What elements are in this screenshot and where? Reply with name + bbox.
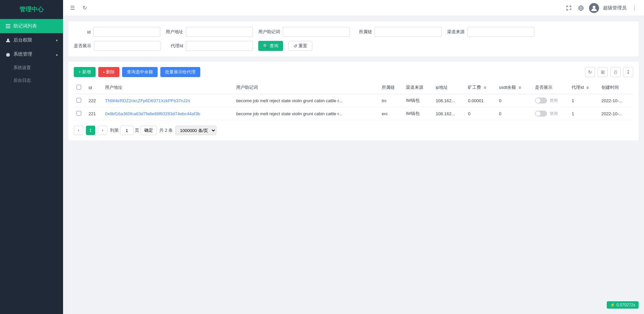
filter-user-mnemonic: 用户助记词: [258, 27, 350, 37]
chain-label: 所属链: [355, 29, 372, 35]
table-row: 221 0x8bf16a360fca63d7fa8e88f83283d74ebc…: [74, 107, 633, 120]
row-checkbox-cell: [74, 94, 86, 107]
query-balance-label: 查询选中余额: [127, 69, 153, 75]
mining-fee-sort-icon[interactable]: [484, 86, 486, 89]
table-columns-button[interactable]: ⊞: [598, 67, 608, 77]
goto-label: 到第: [110, 127, 119, 133]
goto-input[interactable]: [120, 126, 133, 135]
row-checkbox[interactable]: [76, 111, 81, 116]
display-toggle-label: 禁用: [550, 98, 558, 104]
agent-id-input[interactable]: [186, 41, 253, 51]
col-header-channel: 渠道来源: [403, 81, 433, 94]
gear-icon: [5, 52, 11, 57]
filter-is-display: 是否展示: [74, 41, 161, 51]
table-area: + 新增 ▪ 删除 查询选中余额 批量展示给代理 ↻ ⊞: [68, 62, 639, 140]
header-checkbox-cell: [74, 81, 86, 94]
filter-area: id 用户地址 用户助记词 所属链 渠道来源: [68, 21, 639, 56]
toolbar-right: ↻ ⊞ ⎙ ↧: [585, 67, 633, 77]
delete-icon: ▪: [103, 70, 105, 75]
batch-show-button[interactable]: 批量展示给代理: [160, 67, 200, 77]
sidebar-sub-logs-label: 后台日志: [13, 77, 31, 83]
columns-icon: ⊞: [601, 69, 605, 75]
col-header-ip: ip地址: [433, 81, 465, 94]
filter-user-address: 用户地址: [166, 27, 253, 37]
cell-id: 221: [86, 107, 102, 120]
fullscreen-icon[interactable]: [565, 4, 573, 12]
user-mnemonic-input[interactable]: [283, 27, 350, 37]
user-name: 超级管理员: [603, 5, 627, 11]
refresh-icon[interactable]: ↻: [80, 4, 89, 12]
search-icon: 🔍: [263, 44, 268, 49]
is-display-input[interactable]: [94, 41, 161, 51]
goto-confirm-button[interactable]: 确定: [141, 126, 157, 135]
sidebar-item-system-management[interactable]: 系统管理 ▴: [0, 47, 63, 61]
chain-input[interactable]: [375, 27, 442, 37]
select-all-checkbox[interactable]: [76, 85, 81, 89]
sidebar-item-backend-permissions[interactable]: 后台权限 ▾: [0, 33, 63, 47]
display-toggle-label: 禁用: [550, 111, 558, 117]
table-refresh-button[interactable]: ↻: [585, 67, 595, 77]
globe-icon[interactable]: [577, 4, 585, 12]
filter-row-1: id 用户地址 用户助记词 所属链 渠道来源: [74, 27, 633, 37]
total-count: 共 2 条: [159, 127, 173, 133]
agent-id-label: 代理Id: [166, 43, 183, 49]
usdt-sort-icon[interactable]: [519, 86, 521, 89]
reset-icon: ↺: [293, 44, 297, 49]
sidebar-item-permissions-label: 后台权限: [13, 37, 32, 43]
search-button[interactable]: 🔍 查询: [258, 41, 283, 51]
id-input[interactable]: [93, 27, 160, 37]
col-header-created-time: 创建时间: [599, 81, 633, 94]
next-page-button[interactable]: ›: [98, 126, 107, 135]
cell-usdt: 0: [496, 107, 532, 120]
row-checkbox[interactable]: [76, 98, 81, 103]
add-button[interactable]: + 新增: [74, 67, 96, 77]
cell-mining-fee: 0.00001: [465, 94, 496, 107]
user-address-link[interactable]: 0x8bf16a360fca63d7fa8e88f83283d74ebc44af…: [105, 111, 200, 116]
sidebar-sub-item-backend-logs[interactable]: 后台日志: [0, 74, 63, 87]
col-header-user-address: 用户地址: [102, 81, 233, 94]
table-print-button[interactable]: ⎙: [610, 67, 621, 77]
user-address-link[interactable]: TNW4irRDZ2ckcZFp6D6371XzkPFb37nJ2s: [105, 98, 190, 103]
is-display-label: 是否展示: [74, 43, 91, 49]
cell-mining-fee: 0: [465, 107, 496, 120]
col-header-id: id: [86, 81, 102, 94]
query-balance-button[interactable]: 查询选中余额: [122, 67, 158, 77]
reset-button[interactable]: ↺ 重置: [288, 41, 312, 51]
col-header-chain: 所属链: [379, 81, 403, 94]
filter-agent-id: 代理Id: [166, 41, 253, 51]
display-toggle[interactable]: [535, 111, 547, 117]
export-icon: ↧: [626, 69, 630, 75]
menu-toggle-icon[interactable]: ☰: [68, 4, 76, 12]
channel-input[interactable]: [467, 27, 534, 37]
user-mnemonic-label: 用户助记词: [258, 29, 280, 35]
bottom-badge: ⚡ 0.070272s: [607, 301, 639, 309]
content-area: id 用户地址 用户助记词 所属链 渠道来源: [63, 16, 644, 314]
user-address-input[interactable]: [186, 27, 253, 37]
cell-created-time: 2022-10-...: [599, 107, 633, 120]
delete-button[interactable]: ▪ 删除: [98, 67, 119, 77]
table-export-button[interactable]: ↧: [623, 67, 633, 77]
agent-id-sort-icon[interactable]: [586, 86, 589, 89]
cell-user-mnemonic: become job melt reject state violin grun…: [233, 94, 379, 107]
display-toggle[interactable]: [535, 98, 547, 104]
badge-value: 0.070272s: [616, 303, 635, 307]
cell-ip: 108.162...: [433, 94, 465, 107]
more-icon[interactable]: ⋮: [631, 4, 639, 12]
table-toolbar: + 新增 ▪ 删除 查询选中余额 批量展示给代理 ↻ ⊞: [74, 67, 633, 77]
goto-page: 到第 页 确定: [110, 126, 157, 135]
filter-row-2: 是否展示 代理Id 🔍 查询 ↺ 重置: [74, 41, 633, 51]
svg-rect-1: [6, 26, 10, 26]
prev-page-button[interactable]: ‹: [74, 126, 83, 135]
table-refresh-icon: ↻: [588, 69, 592, 75]
sidebar-sub-item-system-settings[interactable]: 系统设置: [0, 61, 63, 74]
page-1-button[interactable]: 1: [86, 126, 95, 135]
cell-channel: IM钱包: [403, 94, 433, 107]
user-icon: [5, 38, 11, 43]
delete-btn-label: 删除: [106, 69, 115, 75]
page-size-select[interactable]: 1000000 条/页 100 条/页 50 条/页 20 条/页 10 条/页: [175, 126, 216, 135]
cell-is-display: 禁用: [532, 94, 569, 107]
cell-chain: trc: [379, 94, 403, 107]
cell-usdt: 0: [496, 94, 532, 107]
sidebar-item-mnemonic-list[interactable]: 助记词列表: [0, 19, 63, 33]
header-left: ☰ ↻: [68, 4, 89, 12]
